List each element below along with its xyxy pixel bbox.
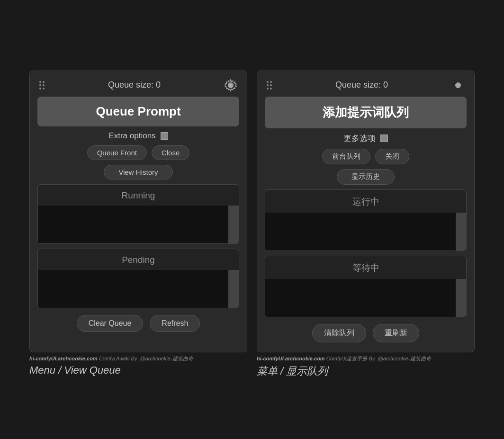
- svg-point-3: [456, 83, 460, 87]
- left-extra-options-label: Extra options: [108, 131, 155, 141]
- left-panel-header: Queue size: 0: [37, 79, 239, 92]
- right-footer-sub-text: ComfyUI速查手册 By_@archcookie-建筑曲奇: [325, 356, 431, 361]
- left-history-btn-row: View History: [37, 165, 239, 179]
- left-gear-icon[interactable]: [224, 79, 237, 92]
- left-drag-handle[interactable]: [39, 81, 45, 90]
- right-pending-section: 等待中: [265, 256, 467, 317]
- right-view-history-button[interactable]: 显示历史: [337, 169, 395, 185]
- right-pending-scrollbar[interactable]: [456, 279, 466, 317]
- right-footer-title: 菜单 / 显示队列: [257, 364, 475, 378]
- right-queue-size: Queue size: 0: [335, 80, 388, 90]
- right-queue-prompt-button[interactable]: 添加提示词队列: [265, 97, 467, 128]
- left-pending-scrollbar[interactable]: [228, 270, 239, 308]
- left-refresh-button[interactable]: Refresh: [150, 315, 200, 332]
- left-view-history-button[interactable]: View History: [104, 165, 172, 179]
- left-running-label: Running: [38, 185, 239, 206]
- right-gear-icon[interactable]: [451, 79, 465, 92]
- right-extra-options-row: 更多选项: [265, 133, 467, 144]
- left-footer-link: hi-comfyUI.archcookie.com ComfyUI-wiki B…: [29, 355, 247, 362]
- left-pending-items-area: [38, 270, 239, 308]
- right-footer-link: hi-comfyUI.archcookie.com ComfyUI速查手册 By…: [257, 355, 475, 362]
- right-extra-options-checkbox[interactable]: [380, 134, 388, 142]
- left-running-items-list: [38, 206, 228, 243]
- right-clear-queue-button[interactable]: 清除队列: [312, 324, 366, 342]
- left-footer-title: Menu / View Queue: [29, 364, 247, 376]
- left-extra-options-row: Extra options: [37, 131, 239, 141]
- left-pending-items-list: [38, 270, 228, 308]
- left-footer-link-text: hi-comfyUI.archcookie.com: [29, 356, 98, 361]
- left-queue-prompt-button[interactable]: Queue Prompt: [37, 97, 239, 126]
- left-extra-options-checkbox[interactable]: [161, 132, 168, 140]
- right-bottom-btn-row: 清除队列 重刷新: [265, 322, 467, 344]
- right-footer-link-text: hi-comfyUI.archcookie.com: [257, 356, 325, 361]
- right-extra-options-label: 更多选项: [343, 133, 376, 144]
- right-close-button[interactable]: 关闭: [375, 149, 409, 164]
- left-pending-label: Pending: [38, 249, 239, 270]
- right-running-items-area: [265, 213, 466, 251]
- left-running-items-area: [38, 206, 239, 243]
- left-queue-front-button[interactable]: Queue Front: [87, 145, 147, 160]
- left-pending-section: Pending: [37, 249, 239, 308]
- right-running-section: 运行中: [265, 189, 467, 251]
- right-running-scrollbar[interactable]: [456, 213, 466, 251]
- right-queue-front-button[interactable]: 前台队列: [322, 149, 370, 164]
- left-footer: hi-comfyUI.archcookie.com ComfyUI-wiki B…: [29, 355, 247, 378]
- left-close-button[interactable]: Close: [152, 145, 189, 160]
- right-refresh-button[interactable]: 重刷新: [373, 324, 419, 342]
- right-history-btn-row: 显示历史: [265, 169, 467, 185]
- left-clear-queue-button[interactable]: Clear Queue: [77, 315, 144, 332]
- right-queue-panel: Queue size: 0 添加提示词队列 更多选项 前台队列 关闭 显示历史 …: [257, 71, 475, 352]
- left-bottom-btn-row: Clear Queue Refresh: [37, 313, 239, 334]
- right-running-label: 运行中: [265, 190, 466, 213]
- left-queue-panel: Queue size: 0 Queue Prompt Extra options…: [29, 71, 247, 352]
- right-panel-header: Queue size: 0: [265, 79, 467, 92]
- left-footer-sub-text: ComfyUI-wiki By_@archcookie-建筑曲奇: [98, 356, 193, 361]
- svg-point-0: [229, 83, 233, 87]
- right-running-items-list: [265, 213, 456, 251]
- left-running-section: Running: [37, 184, 239, 244]
- right-footer: hi-comfyUI.archcookie.com ComfyUI速查手册 By…: [257, 355, 475, 378]
- left-running-scrollbar[interactable]: [228, 206, 239, 243]
- right-pending-items-area: [265, 279, 466, 317]
- right-pending-items-list: [265, 279, 456, 317]
- right-drag-handle[interactable]: [267, 81, 272, 90]
- right-pending-label: 等待中: [265, 256, 466, 279]
- right-action-buttons-row: 前台队列 关闭: [265, 149, 467, 164]
- left-action-buttons-row: Queue Front Close: [37, 145, 239, 160]
- left-queue-size: Queue size: 0: [108, 80, 161, 90]
